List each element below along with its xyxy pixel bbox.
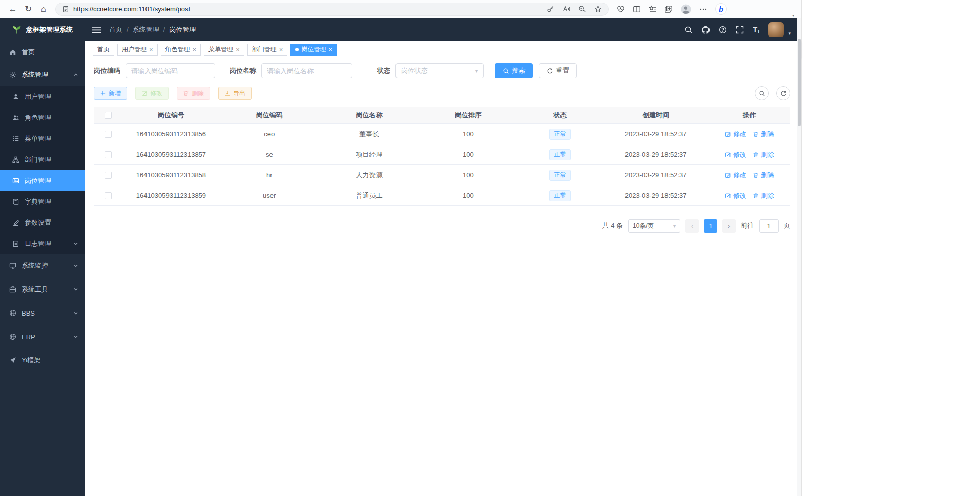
tab-post-mgmt[interactable]: 岗位管理 × xyxy=(290,44,337,56)
chevron-down-icon[interactable]: ▾ xyxy=(788,31,791,36)
chevron-down-icon xyxy=(73,263,78,268)
row-edit-link[interactable]: 修改 xyxy=(725,171,746,180)
row-delete-link[interactable]: 删除 xyxy=(753,191,774,200)
toggle-search-button[interactable] xyxy=(755,86,769,100)
sidebar-item-post-mgmt[interactable]: 岗位管理 xyxy=(0,170,85,191)
sidebar-item-erp[interactable]: ERP xyxy=(0,325,85,348)
close-icon[interactable]: × xyxy=(328,46,332,53)
password-key-icon[interactable] xyxy=(547,5,554,13)
add-favorite-star-icon[interactable] xyxy=(594,5,602,13)
reset-button[interactable]: 重置 xyxy=(539,63,577,78)
cell-post-code: se xyxy=(220,151,319,158)
search-button[interactable]: 搜索 xyxy=(495,63,533,78)
sidebar-toggle-icon[interactable] xyxy=(92,26,101,34)
add-button[interactable]: 新增 xyxy=(94,87,127,100)
github-icon[interactable] xyxy=(701,26,710,34)
sidebar-item-yi-framework[interactable]: Yi框架 xyxy=(0,348,85,372)
page-scrollbar[interactable] xyxy=(797,18,801,496)
row-edit-link[interactable]: 修改 xyxy=(725,191,746,200)
close-icon[interactable]: × xyxy=(193,46,197,53)
row-edit-link[interactable]: 修改 xyxy=(725,150,746,159)
select-all-checkbox[interactable] xyxy=(105,112,112,119)
split-screen-icon[interactable] xyxy=(633,5,641,13)
sidebar-item-system-tools[interactable]: 系统工具 xyxy=(0,278,85,301)
row-delete-link[interactable]: 删除 xyxy=(753,171,774,180)
close-icon[interactable]: × xyxy=(279,46,283,53)
browser-window: ← ↻ ⌂ https://ccnetcore.com:1101/system/… xyxy=(0,0,802,496)
breadcrumb-system-mgmt[interactable]: 系统管理 xyxy=(122,25,159,34)
sidebar-item-label: 用户管理 xyxy=(25,92,78,101)
close-icon[interactable]: × xyxy=(149,46,153,53)
breadcrumb-home[interactable]: 首页 xyxy=(109,25,122,34)
fullscreen-icon[interactable] xyxy=(736,26,744,34)
trash-icon xyxy=(753,193,759,199)
sidebar-item-menu-mgmt[interactable]: 菜单管理 xyxy=(0,128,85,149)
sidebar-item-bbs[interactable]: BBS xyxy=(0,301,85,325)
toolbox-icon xyxy=(9,286,16,293)
sidebar-item-label: 字典管理 xyxy=(25,197,78,206)
sidebar-item-home[interactable]: 首页 xyxy=(0,41,85,64)
export-button[interactable]: 导出 xyxy=(218,87,252,100)
edit-button[interactable]: 修改 xyxy=(135,87,169,100)
zoom-icon[interactable] xyxy=(578,5,586,13)
profile-avatar-icon[interactable] xyxy=(680,4,692,15)
scrollbar-thumb[interactable] xyxy=(798,39,801,126)
settings-ellipsis-icon[interactable] xyxy=(699,5,707,13)
collections-icon[interactable] xyxy=(664,5,673,13)
page-size-select[interactable]: 10条/页 ▾ xyxy=(628,219,680,233)
tab-home[interactable]: 首页 xyxy=(93,44,114,56)
edit-pen-icon xyxy=(12,219,19,226)
status-select[interactable]: 岗位状态 ▾ xyxy=(395,63,484,78)
refresh-icon xyxy=(547,68,553,74)
row-checkbox[interactable] xyxy=(105,172,112,179)
active-tab-dot xyxy=(295,48,299,51)
tab-menu-mgmt[interactable]: 菜单管理 × xyxy=(204,44,244,56)
sidebar-item-user-mgmt[interactable]: 用户管理 xyxy=(0,86,85,107)
sidebar-item-log-mgmt[interactable]: 日志管理 xyxy=(0,233,85,254)
sidebar-item-dict-mgmt[interactable]: 字典管理 xyxy=(0,191,85,212)
chevron-down-icon[interactable]: ▾ xyxy=(792,13,794,18)
sidebar-item-role-mgmt[interactable]: 角色管理 xyxy=(0,107,85,128)
refresh-table-button[interactable] xyxy=(776,86,790,100)
goto-page-input[interactable] xyxy=(759,219,779,233)
row-delete-label: 删除 xyxy=(761,130,774,139)
back-button[interactable]: ← xyxy=(5,2,20,16)
refresh-button[interactable]: ↻ xyxy=(20,2,36,16)
bing-icon[interactable]: b xyxy=(715,3,727,15)
site-info-icon[interactable] xyxy=(62,6,69,13)
post-name-input[interactable] xyxy=(261,63,352,78)
font-size-icon[interactable]: TT xyxy=(753,26,760,34)
prev-page-button[interactable]: ‹ xyxy=(685,219,699,233)
row-delete-link[interactable]: 删除 xyxy=(753,150,774,159)
browser-essentials-icon[interactable] xyxy=(617,5,625,13)
post-code-input[interactable] xyxy=(126,63,215,78)
sidebar-item-dept-mgmt[interactable]: 部门管理 xyxy=(0,149,85,170)
header-post-code: 岗位编码 xyxy=(220,111,319,120)
row-checkbox[interactable] xyxy=(105,151,112,158)
tab-role-mgmt[interactable]: 角色管理 × xyxy=(161,44,201,56)
sidebar-item-system-mgmt[interactable]: 系统管理 xyxy=(0,64,85,86)
edit-icon xyxy=(725,131,731,137)
row-edit-link[interactable]: 修改 xyxy=(725,130,746,139)
row-checkbox[interactable] xyxy=(105,192,112,199)
help-icon[interactable] xyxy=(719,26,727,34)
sidebar-item-param-settings[interactable]: 参数设置 xyxy=(0,212,85,233)
tab-user-mgmt[interactable]: 用户管理 × xyxy=(117,44,158,56)
address-bar[interactable]: https://ccnetcore.com:1101/system/post xyxy=(55,3,609,16)
favorites-bar-icon[interactable] xyxy=(649,5,657,13)
search-icon[interactable] xyxy=(684,26,693,34)
close-icon[interactable]: × xyxy=(236,46,240,53)
row-delete-link[interactable]: 删除 xyxy=(753,130,774,139)
row-checkbox[interactable] xyxy=(105,131,112,138)
sidebar: 意框架管理系统 首页 系统管理 用户管理 角色管理 xyxy=(0,18,85,496)
sidebar-item-system-monitor[interactable]: 系统监控 xyxy=(0,254,85,278)
url-text[interactable]: https://ccnetcore.com:1101/system/post xyxy=(73,5,543,13)
next-page-button[interactable]: › xyxy=(722,219,736,233)
page-1-button[interactable]: 1 xyxy=(704,219,717,233)
user-avatar[interactable] xyxy=(768,22,784,37)
trash-icon xyxy=(753,172,759,178)
tab-dept-mgmt[interactable]: 部门管理 × xyxy=(247,44,288,56)
home-button[interactable]: ⌂ xyxy=(36,2,51,16)
delete-button[interactable]: 删除 xyxy=(177,87,210,100)
read-aloud-icon[interactable] xyxy=(562,5,570,13)
